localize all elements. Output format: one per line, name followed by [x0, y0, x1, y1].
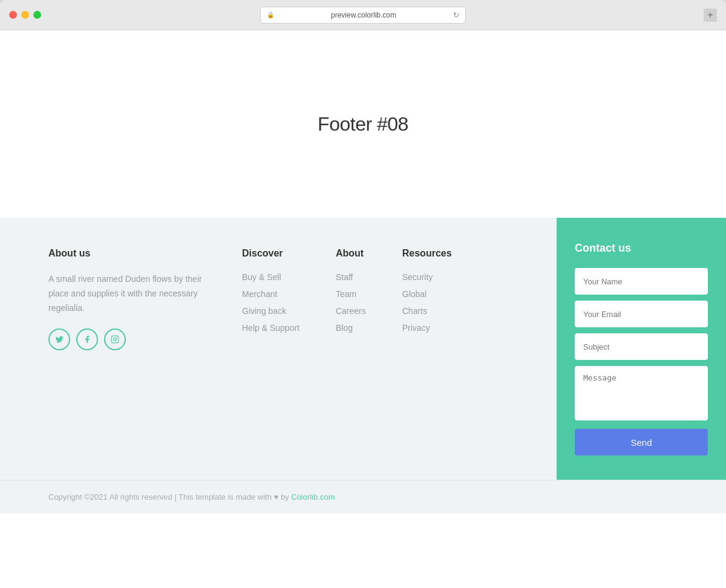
- svg-point-1: [114, 338, 117, 341]
- new-tab-button[interactable]: +: [704, 8, 717, 22]
- discover-heading: Discover: [242, 248, 299, 259]
- about-col-heading: About: [336, 248, 366, 259]
- about-description: A small river named Duden flows by their…: [48, 272, 206, 315]
- refresh-icon: ↻: [453, 11, 459, 19]
- below-footer: [0, 513, 726, 588]
- blog-link[interactable]: Blog: [336, 323, 366, 333]
- giving-back-link[interactable]: Giving back: [242, 306, 299, 316]
- close-button[interactable]: [9, 11, 17, 19]
- copyright-text: Copyright ©2021 All rights reserved | Th…: [48, 492, 335, 501]
- copyright-bar: Copyright ©2021 All rights reserved | Th…: [0, 480, 726, 513]
- twitter-icon[interactable]: [48, 328, 70, 350]
- url-text: preview.colorlib.com: [278, 11, 450, 19]
- buy-sell-link[interactable]: Buy & Sell: [242, 272, 299, 282]
- global-link[interactable]: Global: [402, 289, 452, 299]
- resources-column: Resources Security Global Charts Privacy: [402, 248, 452, 350]
- contact-form: Send: [575, 268, 708, 456]
- address-bar[interactable]: 🔒 preview.colorlib.com ↻: [260, 7, 466, 24]
- send-button[interactable]: Send: [575, 429, 708, 456]
- svg-rect-0: [111, 336, 119, 344]
- browser-titlebar: 🔒 preview.colorlib.com ↻ +: [0, 0, 726, 30]
- maximize-button[interactable]: [33, 11, 41, 19]
- browser-window: 🔒 preview.colorlib.com ↻ + Footer #08 Ab…: [0, 0, 726, 588]
- subject-input[interactable]: [575, 333, 708, 360]
- privacy-link[interactable]: Privacy: [402, 323, 452, 333]
- svg-point-2: [117, 338, 117, 338]
- lock-icon: 🔒: [267, 11, 274, 18]
- traffic-lights: [9, 11, 41, 19]
- page-title: Footer #08: [318, 113, 408, 136]
- about-column: About Staff Team Careers Blog: [336, 248, 366, 350]
- resources-heading: Resources: [402, 248, 452, 259]
- careers-link[interactable]: Careers: [336, 306, 366, 316]
- staff-link[interactable]: Staff: [336, 272, 366, 282]
- footer-inner: About us A small river named Duden flows…: [0, 218, 726, 480]
- footer-section: About us A small river named Duden flows…: [0, 218, 726, 513]
- contact-panel: Contact us Send: [557, 218, 726, 480]
- footer-about-column: About us A small river named Duden flows…: [48, 248, 206, 350]
- email-input[interactable]: [575, 301, 708, 327]
- page-content: Footer #08 About us A small river named …: [0, 30, 726, 588]
- footer-links-area: Discover Buy & Sell Merchant Giving back…: [242, 248, 520, 350]
- security-link[interactable]: Security: [402, 272, 452, 282]
- contact-heading: Contact us: [575, 242, 708, 255]
- message-input[interactable]: [575, 366, 708, 420]
- merchant-link[interactable]: Merchant: [242, 289, 299, 299]
- discover-column: Discover Buy & Sell Merchant Giving back…: [242, 248, 299, 350]
- copyright-static: Copyright ©2021 All rights reserved | Th…: [48, 492, 291, 501]
- instagram-icon[interactable]: [104, 328, 126, 350]
- charts-link[interactable]: Charts: [402, 306, 452, 316]
- colorlib-link[interactable]: Colorlib.com: [291, 492, 335, 501]
- footer-columns: About us A small river named Duden flows…: [48, 248, 520, 350]
- name-input[interactable]: [575, 268, 708, 295]
- about-heading: About us: [48, 248, 206, 259]
- hero-area: Footer #08: [0, 30, 726, 218]
- facebook-icon[interactable]: [76, 328, 98, 350]
- team-link[interactable]: Team: [336, 289, 366, 299]
- minimize-button[interactable]: [21, 11, 29, 19]
- help-support-link[interactable]: Help & Support: [242, 323, 299, 333]
- social-icons: [48, 328, 206, 350]
- footer-left: About us A small river named Duden flows…: [0, 218, 557, 480]
